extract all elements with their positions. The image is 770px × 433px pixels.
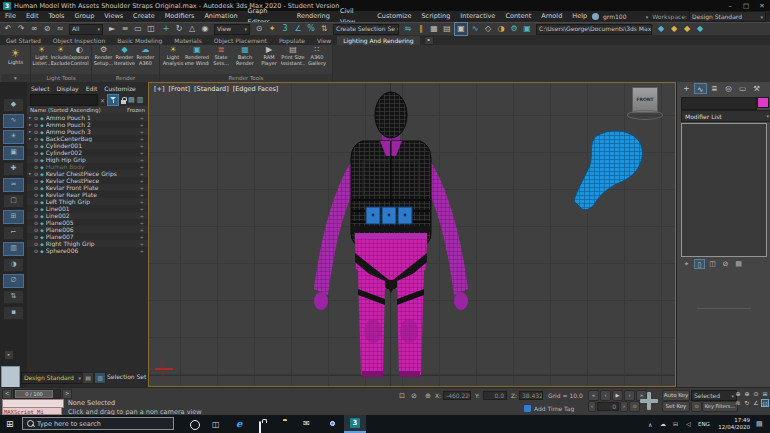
frozen-toggle-icon[interactable]	[140, 219, 148, 226]
frozen-toggle-icon[interactable]	[140, 240, 148, 247]
viewport-menu-general[interactable]: [+]	[154, 85, 165, 93]
network-icon[interactable]: ⊟	[673, 420, 678, 427]
scene-object-row[interactable]: Kevlar Rear Plate	[27, 191, 148, 198]
prev-frame-button[interactable]: <	[2, 389, 12, 399]
render-a360-button[interactable]: ☁ Render A360	[135, 45, 156, 74]
align-icon[interactable]: ∥	[415, 23, 427, 35]
explorer-search-input[interactable]	[30, 94, 98, 106]
edge-icon[interactable]: e	[236, 418, 242, 429]
filter-funnel-icon[interactable]	[107, 94, 119, 106]
orbit-icon[interactable]: ↻	[743, 399, 751, 407]
render-iterative-button[interactable]: ◆ Render Iterative	[114, 45, 135, 74]
show-end-result-icon[interactable]: ▯	[694, 259, 705, 269]
zoom-all-icon[interactable]: ⊕	[743, 390, 751, 398]
selection-set-dropdown[interactable]: Selected	[691, 390, 737, 401]
schematic-view-icon[interactable]: ◇	[482, 23, 494, 35]
display-materials-icon[interactable]: ◑	[3, 258, 24, 272]
menu-item[interactable]: Animation	[199, 11, 242, 22]
explorer-menu-item[interactable]: Customize	[104, 85, 136, 92]
time-slider-handle[interactable]: 0 / 100	[15, 390, 53, 398]
taskbar-clock[interactable]: 17:49 12/04/2020	[712, 417, 750, 431]
viewcube-face[interactable]: FRONT	[632, 87, 658, 113]
display-shapes-icon[interactable]: ∿	[3, 114, 24, 128]
print-size-assistant-button[interactable]: ▤ Print Size Assistant...	[281, 45, 305, 74]
close-button[interactable]: ✕	[754, 2, 770, 10]
menu-item[interactable]: Tools	[43, 11, 69, 22]
unlink-selection-icon[interactable]: ⊘	[41, 23, 53, 35]
sheet-icon[interactable]: ▤	[128, 96, 135, 104]
bind-to-space-warp-icon[interactable]: ≈	[54, 23, 66, 35]
scene-object-row[interactable]: Kevlar Front Plate	[27, 184, 148, 191]
task-view-icon[interactable]: ◫	[212, 420, 220, 429]
pin-explorer-icon[interactable]: ▪	[3, 306, 24, 320]
viewport-menu-renderer[interactable]: [Standard]	[194, 85, 229, 93]
next-frame-button[interactable]: >	[62, 389, 72, 399]
menu-item[interactable]: Scripting	[416, 11, 455, 22]
frozen-toggle-icon[interactable]	[140, 114, 148, 121]
x-coordinate-field[interactable]: -460.229	[443, 391, 471, 400]
workspace-dropdown[interactable]: Design Standard	[689, 11, 766, 22]
zoom-extents-icon[interactable]: ⊙	[752, 390, 760, 398]
absolute-mode-icon[interactable]: ⊕	[423, 391, 433, 401]
explorer-menu-item[interactable]: Select	[31, 85, 50, 92]
display-helpers-icon[interactable]: ✚	[3, 162, 24, 176]
utilities-tab[interactable]: ⚒	[750, 83, 763, 94]
ribbon-tab[interactable]: Populate	[273, 36, 311, 45]
isolate-selection-icon[interactable]: ⊡	[397, 391, 407, 401]
viewport-menu-pov[interactable]: [Front]	[169, 85, 191, 93]
pin-stack-icon[interactable]: ⌖	[681, 259, 692, 269]
redo-icon[interactable]: ↷	[15, 23, 27, 35]
store-icon[interactable]	[259, 421, 261, 433]
use-pivot-center-icon[interactable]: ⊙	[253, 23, 265, 35]
select-and-move-icon[interactable]: +	[160, 23, 172, 35]
add-time-tag[interactable]: Add Time Tag	[534, 405, 574, 412]
exposure-control-button[interactable]: ◐ Exposure Control	[70, 45, 89, 74]
menu-item[interactable]: Customize	[372, 11, 416, 22]
pan-icon[interactable]: ≋	[734, 399, 742, 407]
frozen-toggle-icon[interactable]	[140, 233, 148, 240]
rendered-frame-icon[interactable]: ▣	[521, 23, 533, 35]
frozen-toggle-icon[interactable]	[140, 177, 148, 184]
select-and-place-icon[interactable]: ◉	[199, 23, 211, 35]
layer-explorer-icon[interactable]: ▤	[441, 23, 453, 35]
select-and-scale-icon[interactable]: △	[186, 23, 198, 35]
tray-expand-icon[interactable]: ∧	[648, 421, 652, 428]
display-bones-icon[interactable]: ⌐	[3, 226, 24, 240]
expand-strip-button[interactable]: ▸	[4, 350, 14, 360]
mail-icon[interactable]: ✉	[303, 419, 310, 428]
light-analysis-button[interactable]: ☀ Light Analysis	[161, 45, 185, 74]
column-name[interactable]: Name (Sorted Ascending)	[30, 106, 101, 114]
display-tab[interactable]: ▭	[736, 83, 749, 94]
menu-item[interactable]: Modifiers	[160, 11, 200, 22]
lock-icon[interactable]	[121, 100, 126, 104]
frozen-toggle-icon[interactable]	[140, 184, 148, 191]
percent-snap-icon[interactable]: %	[305, 23, 317, 35]
scene-object-row[interactable]: Human Body	[27, 163, 148, 170]
scene-explorer-icon[interactable]: ▦	[428, 23, 440, 35]
scene-object-row[interactable]: ▸ BackCenterBag	[27, 135, 148, 142]
ribbon-tab[interactable]: Object Placement	[208, 36, 273, 45]
modify-tab[interactable]: ∿	[694, 83, 707, 94]
action-center-icon[interactable]: ▤	[756, 420, 763, 428]
language-indicator[interactable]: ENG	[698, 421, 710, 427]
key-mode-icon[interactable]: ⊙	[629, 401, 640, 412]
transform-gizmo-icon[interactable]	[640, 392, 658, 410]
auto-key-button[interactable]: Auto Key	[662, 390, 690, 401]
menu-item[interactable]: Views	[99, 11, 128, 22]
curve-editor-icon[interactable]: ∿	[469, 23, 481, 35]
rollout-splitter[interactable]	[697, 308, 751, 309]
create-tab[interactable]: +	[680, 83, 693, 94]
select-and-link-icon[interactable]: ∞	[28, 23, 40, 35]
workspace-selector-dropdown[interactable]: Design Standard	[21, 372, 84, 384]
menu-item[interactable]: Help	[567, 11, 592, 22]
display-lights-icon[interactable]: ☀	[3, 130, 24, 144]
zoom-icon[interactable]: ⊕	[734, 390, 742, 398]
light-lister-button[interactable]: ☀ Light Lister...	[32, 45, 51, 74]
lights-button[interactable]: ☀ Lights	[3, 46, 29, 66]
prev-frame-icon[interactable]: ‹	[600, 390, 611, 401]
taskbar-search[interactable]: Type here to search	[22, 417, 174, 430]
menu-item[interactable]: Interactive	[455, 11, 500, 22]
onedrive-cloud-icon[interactable]: ☁	[660, 420, 666, 427]
key-filters-button[interactable]: Key Filters...	[702, 401, 738, 412]
scene-object-row[interactable]: Plane005	[27, 219, 148, 226]
